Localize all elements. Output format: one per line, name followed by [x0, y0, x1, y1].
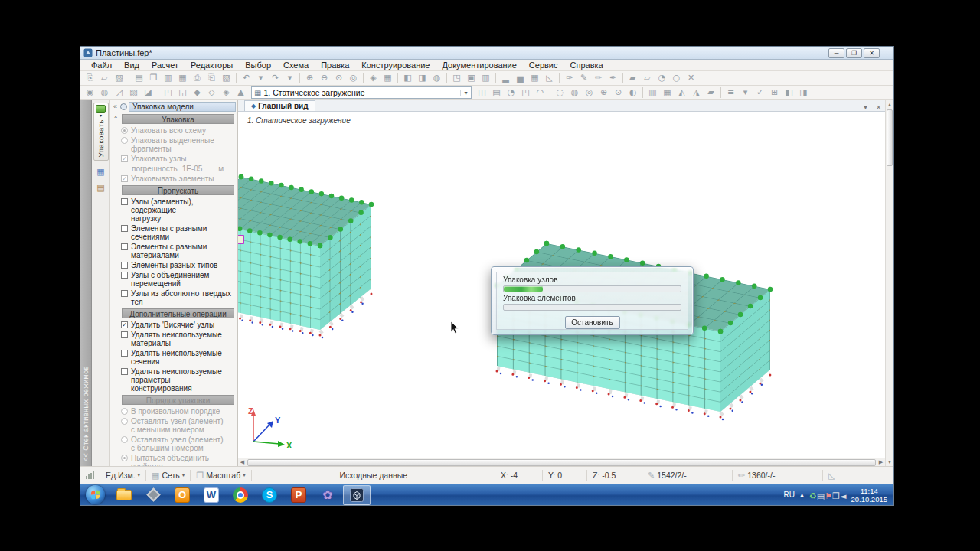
clock[interactable]: 11:14 20.10.2015: [851, 487, 887, 504]
menu-item[interactable]: Сервис: [523, 60, 564, 70]
toolbar-icon[interactable]: ◭: [675, 86, 689, 99]
toolbar-icon[interactable]: ▰: [626, 72, 640, 84]
toolbar-icon[interactable]: ▱: [640, 72, 655, 84]
active-modes-stack-strip[interactable]: << Стек активных режимов: [80, 100, 92, 466]
menu-item[interactable]: Расчет: [145, 60, 185, 70]
toolbar-icon[interactable]: ◈: [366, 72, 381, 84]
toolbar-icon[interactable]: ⊖: [317, 72, 332, 84]
toolbar-icon[interactable]: ⊞: [767, 86, 782, 99]
toolbar-icon[interactable]: ◎: [582, 86, 596, 99]
toolbar-icon[interactable]: ◐: [626, 86, 640, 99]
toolbar-icon[interactable]: ▾: [283, 72, 297, 84]
menu-item[interactable]: Документирование: [436, 60, 522, 70]
toolbar-icon[interactable]: ◧: [400, 72, 415, 84]
vertical-scrollbar[interactable]: ▲ ▼: [885, 100, 893, 466]
toolbar-icon[interactable]: ↶: [239, 72, 253, 84]
checkbox-remove-sections[interactable]: [121, 350, 128, 357]
menu-item[interactable]: Правка: [315, 60, 355, 70]
radio-order-keep-lower[interactable]: [121, 418, 128, 425]
toolbar-icon[interactable]: ▤: [132, 72, 146, 84]
radio-pack-all[interactable]: [121, 127, 128, 134]
toolbar-icon[interactable]: ◧: [782, 86, 796, 99]
toolbar-icon[interactable]: ⊕: [302, 72, 317, 84]
checkbox-skip-types[interactable]: [121, 262, 128, 269]
toolbar-icon[interactable]: ▦: [660, 86, 675, 99]
taskbar-powerpoint[interactable]: P: [285, 485, 312, 505]
toolbar-icon[interactable]: ⊕: [596, 86, 611, 99]
toolbar-icon[interactable]: ◍: [97, 86, 112, 99]
toolbar-icon[interactable]: ✓: [753, 86, 767, 99]
checkbox-skip-sections[interactable]: [121, 225, 128, 232]
toolbar-icon[interactable]: ⎙: [190, 72, 204, 84]
scroll-down-icon[interactable]: ▼: [886, 458, 893, 466]
mesh-tool-icon[interactable]: ▦: [96, 167, 104, 177]
vertical-scroll-thumb[interactable]: [887, 109, 893, 166]
model-canvas[interactable]: 1. Статическое загружение: [238, 112, 885, 458]
restore-button[interactable]: ❐: [846, 48, 862, 58]
toolbar-icon[interactable]: ▥: [479, 72, 493, 84]
toolbar-icon[interactable]: ▧: [126, 86, 141, 99]
menu-item[interactable]: Конструирование: [355, 60, 436, 70]
checkbox-skip-materials[interactable]: [121, 243, 128, 250]
menu-item[interactable]: Файл: [85, 60, 118, 70]
pin-icon[interactable]: [120, 103, 127, 110]
toolbar-icon[interactable]: ◺: [542, 72, 557, 84]
toolbar-icon[interactable]: ◇: [204, 86, 219, 99]
toolbar-icon[interactable]: ▦: [528, 72, 542, 84]
radio-order-keep-higher[interactable]: [121, 436, 128, 443]
toolbar-icon[interactable]: ◈: [219, 86, 234, 99]
section-extra-ops-header[interactable]: Дополнительные операции: [122, 308, 234, 318]
toolbar-icon[interactable]: ↷: [268, 72, 283, 84]
toolbar-icon[interactable]: ◎: [346, 72, 361, 84]
toolbar-icon[interactable]: ⊙: [611, 86, 626, 99]
menu-item[interactable]: Вид: [118, 60, 145, 70]
toolbar-icon[interactable]: ▱: [97, 72, 112, 84]
toolbar-icon[interactable]: ○: [669, 72, 684, 84]
taskbar-fea-app-active[interactable]: [343, 485, 371, 505]
toolbar-icon[interactable]: ◳: [518, 86, 533, 99]
tab-close-icon[interactable]: ✕: [872, 104, 885, 111]
toolbar-icon[interactable]: ◱: [175, 86, 190, 99]
toolbar-icon[interactable]: ◪: [141, 86, 155, 99]
section-pack-header[interactable]: Упаковка: [122, 114, 234, 124]
tab-main-view[interactable]: ◆ Главный вид: [244, 100, 315, 111]
toolbar-icon[interactable]: ◌: [553, 86, 567, 99]
taskbar-outlook[interactable]: O: [168, 485, 196, 505]
toolbar-icon[interactable]: ▨: [112, 72, 126, 84]
taskbar-explorer[interactable]: [110, 485, 138, 505]
checkbox-skip-joined[interactable]: [121, 272, 128, 279]
stop-button[interactable]: Остановить: [565, 316, 620, 329]
radio-order-merge-props[interactable]: [121, 455, 128, 461]
toolbar-icon[interactable]: ✏: [591, 72, 606, 84]
horizontal-scrollbar[interactable]: ◀ ▶: [238, 458, 885, 466]
menu-item[interactable]: Схема: [277, 60, 315, 70]
toolbar-icon[interactable]: ▣: [464, 72, 479, 84]
taskbar-chrome[interactable]: [227, 485, 254, 505]
tolerance-value[interactable]: 1E-05: [182, 165, 203, 173]
toolbar-icon[interactable]: ◨: [415, 72, 430, 84]
horizontal-scroll-thumb[interactable]: [247, 459, 876, 466]
section-order-header[interactable]: Порядок упаковки: [122, 395, 234, 405]
toolbar-icon[interactable]: ▾: [253, 72, 268, 84]
toolbar-icon[interactable]: ▅: [513, 72, 528, 84]
toolbar-icon[interactable]: ▾: [738, 86, 753, 99]
scroll-right-icon[interactable]: ▶: [877, 459, 885, 465]
tab-list-menu-icon[interactable]: ▼: [858, 104, 872, 111]
toolbar-icon[interactable]: ◰: [161, 86, 175, 99]
toolbar-icon[interactable]: ◔: [504, 86, 518, 99]
action-center-flag-icon[interactable]: ⚑: [825, 491, 832, 501]
radio-order-any[interactable]: [121, 408, 128, 415]
checkbox-skip-loaded[interactable]: [121, 198, 128, 205]
toolbar-icon[interactable]: ▦: [175, 72, 190, 84]
toolbar-icon[interactable]: ✑: [562, 72, 577, 84]
toolbar-icon[interactable]: ◠: [533, 86, 547, 99]
scale-dropdown[interactable]: ❐Масштаб▾: [191, 470, 251, 481]
toolbar-icon[interactable]: ⊙: [332, 72, 346, 84]
window-tray-icon[interactable]: ❒: [832, 491, 840, 501]
toolbar-icon[interactable]: ◮: [689, 86, 704, 99]
checkbox-pack-nodes[interactable]: ✓: [121, 155, 128, 162]
checkbox-remove-hanging[interactable]: ✓: [121, 321, 128, 328]
checkbox-pack-elements[interactable]: ✓: [121, 175, 128, 182]
toolbar-icon[interactable]: ≡: [724, 86, 738, 99]
taskbar-word[interactable]: W: [198, 485, 225, 505]
